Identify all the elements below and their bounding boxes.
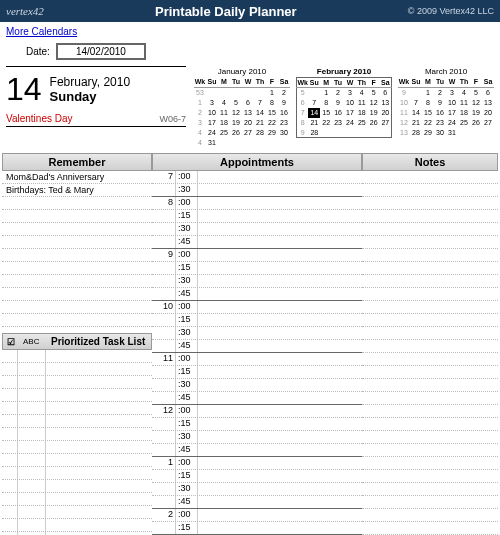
task-header: ☑ ABC Prioritized Task List <box>2 333 152 350</box>
remember-line[interactable] <box>2 301 152 314</box>
remember-line[interactable] <box>2 275 152 288</box>
task-row[interactable] <box>2 441 152 454</box>
appointment-row[interactable]: :15 <box>152 418 362 431</box>
task-row[interactable] <box>2 376 152 389</box>
remember-body: Mom&Dad's AnniversaryBirthdays: Ted & Ma… <box>2 171 152 327</box>
notes-line[interactable] <box>362 444 498 457</box>
task-row[interactable] <box>2 389 152 402</box>
task-check-icon: ☑ <box>7 337 23 347</box>
task-title: Prioritized Task List <box>51 336 145 347</box>
appointments-body: 7:00:308:00:15:30:459:00:15:30:4510:00:1… <box>152 171 362 535</box>
task-row[interactable] <box>2 363 152 376</box>
remember-line[interactable] <box>2 197 152 210</box>
notes-header: Notes <box>362 153 498 171</box>
day-month-year: February, 2010 <box>50 75 131 89</box>
appointment-row[interactable]: :30 <box>152 275 362 288</box>
mini-calendar: March 2010WkSuMTuWThFSa91234561078910111… <box>398 66 494 147</box>
appointment-row[interactable]: 8:00 <box>152 197 362 210</box>
appointment-row[interactable]: 12:00 <box>152 405 362 418</box>
notes-line[interactable] <box>362 262 498 275</box>
notes-line[interactable] <box>362 236 498 249</box>
mini-calendars: January 2010WkSuMTuWThFSa531213456789210… <box>194 66 494 147</box>
notes-line[interactable] <box>362 223 498 236</box>
appointment-row[interactable]: :45 <box>152 340 362 353</box>
mini-calendar-title: January 2010 <box>194 66 290 77</box>
remember-line[interactable] <box>2 262 152 275</box>
remember-line[interactable] <box>2 288 152 301</box>
notes-line[interactable] <box>362 327 498 340</box>
remember-line[interactable] <box>2 314 152 327</box>
appointment-row[interactable]: :30 <box>152 431 362 444</box>
appointment-row[interactable]: :15 <box>152 470 362 483</box>
task-row[interactable] <box>2 428 152 441</box>
task-row[interactable] <box>2 415 152 428</box>
day-weekday: Sunday <box>50 89 131 104</box>
remember-line[interactable]: Mom&Dad's Anniversary <box>2 171 152 184</box>
mini-calendar: January 2010WkSuMTuWThFSa531213456789210… <box>194 66 290 147</box>
notes-line[interactable] <box>362 379 498 392</box>
appointment-row[interactable]: 7:00 <box>152 171 362 184</box>
remember-line[interactable] <box>2 223 152 236</box>
notes-line[interactable] <box>362 184 498 197</box>
notes-line[interactable] <box>362 340 498 353</box>
appointment-row[interactable]: :15 <box>152 262 362 275</box>
task-row[interactable] <box>2 506 152 519</box>
appointment-row[interactable]: :45 <box>152 496 362 509</box>
notes-line[interactable] <box>362 210 498 223</box>
appointment-row[interactable]: 9:00 <box>152 249 362 262</box>
notes-line[interactable] <box>362 457 498 470</box>
appointment-row[interactable]: 10:00 <box>152 301 362 314</box>
task-row[interactable] <box>2 350 152 363</box>
appointment-row[interactable]: :30 <box>152 483 362 496</box>
logo: vertex42 <box>6 5 44 17</box>
notes-line[interactable] <box>362 509 498 522</box>
notes-line[interactable] <box>362 392 498 405</box>
notes-line[interactable] <box>362 431 498 444</box>
date-input[interactable] <box>56 43 146 60</box>
appointment-row[interactable]: :45 <box>152 288 362 301</box>
notes-line[interactable] <box>362 496 498 509</box>
task-row[interactable] <box>2 493 152 506</box>
task-row[interactable] <box>2 480 152 493</box>
appointment-row[interactable]: :45 <box>152 236 362 249</box>
mini-calendar-title: February 2010 <box>296 66 392 77</box>
mini-calendar-title: March 2010 <box>398 66 494 77</box>
remember-line[interactable] <box>2 210 152 223</box>
notes-line[interactable] <box>362 353 498 366</box>
more-calendars-link[interactable]: More Calendars <box>6 26 77 37</box>
appointment-row[interactable]: :15 <box>152 314 362 327</box>
appointment-row[interactable]: :30 <box>152 184 362 197</box>
task-row[interactable] <box>2 519 152 532</box>
appointment-row[interactable]: 11:00 <box>152 353 362 366</box>
task-row[interactable] <box>2 467 152 480</box>
notes-line[interactable] <box>362 366 498 379</box>
notes-line[interactable] <box>362 288 498 301</box>
task-row[interactable] <box>2 402 152 415</box>
remember-line[interactable]: Birthdays: Ted & Mary <box>2 184 152 197</box>
appointment-row[interactable]: :30 <box>152 379 362 392</box>
remember-line[interactable] <box>2 236 152 249</box>
notes-line[interactable] <box>362 418 498 431</box>
appointment-row[interactable]: 2:00 <box>152 509 362 522</box>
notes-line[interactable] <box>362 522 498 535</box>
notes-line[interactable] <box>362 197 498 210</box>
notes-line[interactable] <box>362 483 498 496</box>
notes-line[interactable] <box>362 470 498 483</box>
appointment-row[interactable]: :15 <box>152 210 362 223</box>
appointment-row[interactable]: :45 <box>152 444 362 457</box>
appointment-row[interactable]: 1:00 <box>152 457 362 470</box>
appointment-row[interactable]: :15 <box>152 522 362 535</box>
notes-line[interactable] <box>362 275 498 288</box>
notes-line[interactable] <box>362 171 498 184</box>
notes-line[interactable] <box>362 249 498 262</box>
remember-line[interactable] <box>2 249 152 262</box>
task-abc-label: ABC <box>23 337 51 346</box>
notes-line[interactable] <box>362 314 498 327</box>
appointment-row[interactable]: :30 <box>152 223 362 236</box>
notes-line[interactable] <box>362 301 498 314</box>
appointment-row[interactable]: :45 <box>152 392 362 405</box>
notes-line[interactable] <box>362 405 498 418</box>
task-row[interactable] <box>2 454 152 467</box>
appointment-row[interactable]: :30 <box>152 327 362 340</box>
appointment-row[interactable]: :15 <box>152 366 362 379</box>
